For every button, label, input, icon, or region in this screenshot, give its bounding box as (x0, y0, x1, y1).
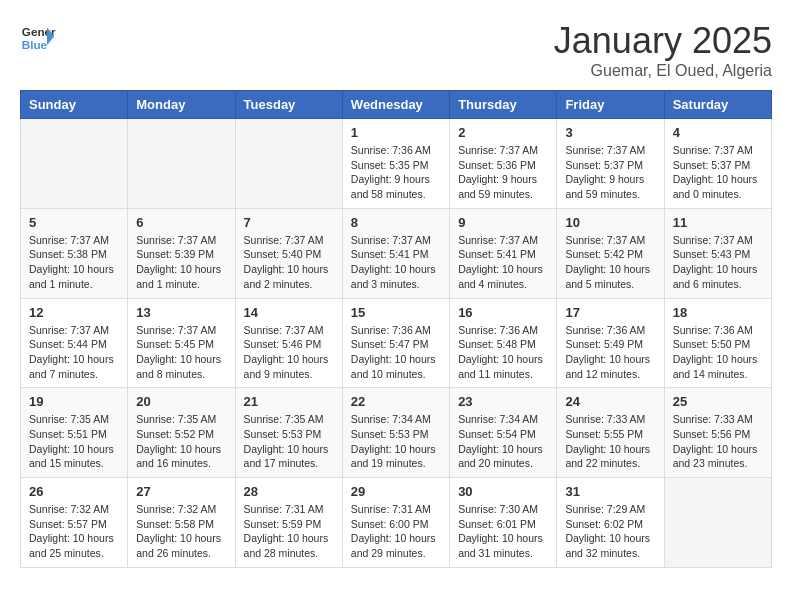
calendar-cell: 15Sunrise: 7:36 AMSunset: 5:47 PMDayligh… (342, 298, 449, 388)
day-number: 18 (673, 305, 763, 320)
day-info: Sunrise: 7:31 AMSunset: 5:59 PMDaylight:… (244, 502, 334, 561)
day-number: 10 (565, 215, 655, 230)
calendar-cell: 30Sunrise: 7:30 AMSunset: 6:01 PMDayligh… (450, 478, 557, 568)
calendar-cell: 12Sunrise: 7:37 AMSunset: 5:44 PMDayligh… (21, 298, 128, 388)
day-of-week-header: Monday (128, 91, 235, 119)
day-number: 6 (136, 215, 226, 230)
day-number: 19 (29, 394, 119, 409)
day-number: 27 (136, 484, 226, 499)
day-number: 28 (244, 484, 334, 499)
month-title: January 2025 (554, 20, 772, 62)
day-of-week-header: Wednesday (342, 91, 449, 119)
calendar-cell: 11Sunrise: 7:37 AMSunset: 5:43 PMDayligh… (664, 208, 771, 298)
calendar-cell: 10Sunrise: 7:37 AMSunset: 5:42 PMDayligh… (557, 208, 664, 298)
day-number: 4 (673, 125, 763, 140)
calendar-cell: 13Sunrise: 7:37 AMSunset: 5:45 PMDayligh… (128, 298, 235, 388)
day-of-week-header: Saturday (664, 91, 771, 119)
day-info: Sunrise: 7:29 AMSunset: 6:02 PMDaylight:… (565, 502, 655, 561)
day-number: 16 (458, 305, 548, 320)
calendar-cell: 17Sunrise: 7:36 AMSunset: 5:49 PMDayligh… (557, 298, 664, 388)
day-number: 5 (29, 215, 119, 230)
day-of-week-header: Tuesday (235, 91, 342, 119)
day-info: Sunrise: 7:35 AMSunset: 5:52 PMDaylight:… (136, 412, 226, 471)
day-info: Sunrise: 7:34 AMSunset: 5:54 PMDaylight:… (458, 412, 548, 471)
calendar-header-row: SundayMondayTuesdayWednesdayThursdayFrid… (21, 91, 772, 119)
day-info: Sunrise: 7:37 AMSunset: 5:39 PMDaylight:… (136, 233, 226, 292)
day-number: 3 (565, 125, 655, 140)
calendar-cell (128, 119, 235, 209)
calendar-week-row: 19Sunrise: 7:35 AMSunset: 5:51 PMDayligh… (21, 388, 772, 478)
calendar-table: SundayMondayTuesdayWednesdayThursdayFrid… (20, 90, 772, 568)
day-number: 23 (458, 394, 548, 409)
day-number: 29 (351, 484, 441, 499)
day-info: Sunrise: 7:36 AMSunset: 5:49 PMDaylight:… (565, 323, 655, 382)
day-number: 13 (136, 305, 226, 320)
day-number: 22 (351, 394, 441, 409)
day-number: 26 (29, 484, 119, 499)
day-info: Sunrise: 7:37 AMSunset: 5:45 PMDaylight:… (136, 323, 226, 382)
day-info: Sunrise: 7:36 AMSunset: 5:47 PMDaylight:… (351, 323, 441, 382)
day-info: Sunrise: 7:32 AMSunset: 5:58 PMDaylight:… (136, 502, 226, 561)
calendar-cell: 2Sunrise: 7:37 AMSunset: 5:36 PMDaylight… (450, 119, 557, 209)
calendar-cell (664, 478, 771, 568)
day-number: 11 (673, 215, 763, 230)
day-of-week-header: Thursday (450, 91, 557, 119)
svg-text:Blue: Blue (22, 38, 48, 51)
day-info: Sunrise: 7:37 AMSunset: 5:40 PMDaylight:… (244, 233, 334, 292)
day-number: 8 (351, 215, 441, 230)
day-of-week-header: Friday (557, 91, 664, 119)
day-info: Sunrise: 7:36 AMSunset: 5:35 PMDaylight:… (351, 143, 441, 202)
calendar-cell: 9Sunrise: 7:37 AMSunset: 5:41 PMDaylight… (450, 208, 557, 298)
day-info: Sunrise: 7:33 AMSunset: 5:55 PMDaylight:… (565, 412, 655, 471)
calendar-cell: 16Sunrise: 7:36 AMSunset: 5:48 PMDayligh… (450, 298, 557, 388)
calendar-cell: 26Sunrise: 7:32 AMSunset: 5:57 PMDayligh… (21, 478, 128, 568)
calendar-cell: 3Sunrise: 7:37 AMSunset: 5:37 PMDaylight… (557, 119, 664, 209)
day-info: Sunrise: 7:37 AMSunset: 5:41 PMDaylight:… (351, 233, 441, 292)
calendar-cell: 25Sunrise: 7:33 AMSunset: 5:56 PMDayligh… (664, 388, 771, 478)
day-info: Sunrise: 7:33 AMSunset: 5:56 PMDaylight:… (673, 412, 763, 471)
day-number: 24 (565, 394, 655, 409)
day-number: 31 (565, 484, 655, 499)
day-number: 9 (458, 215, 548, 230)
day-info: Sunrise: 7:36 AMSunset: 5:50 PMDaylight:… (673, 323, 763, 382)
calendar-week-row: 5Sunrise: 7:37 AMSunset: 5:38 PMDaylight… (21, 208, 772, 298)
calendar-cell: 19Sunrise: 7:35 AMSunset: 5:51 PMDayligh… (21, 388, 128, 478)
calendar-cell: 1Sunrise: 7:36 AMSunset: 5:35 PMDaylight… (342, 119, 449, 209)
day-info: Sunrise: 7:37 AMSunset: 5:41 PMDaylight:… (458, 233, 548, 292)
calendar-cell: 4Sunrise: 7:37 AMSunset: 5:37 PMDaylight… (664, 119, 771, 209)
location-subtitle: Guemar, El Oued, Algeria (554, 62, 772, 80)
day-info: Sunrise: 7:37 AMSunset: 5:43 PMDaylight:… (673, 233, 763, 292)
day-number: 21 (244, 394, 334, 409)
logo: General Blue (20, 20, 56, 56)
day-info: Sunrise: 7:32 AMSunset: 5:57 PMDaylight:… (29, 502, 119, 561)
day-info: Sunrise: 7:37 AMSunset: 5:46 PMDaylight:… (244, 323, 334, 382)
calendar-cell: 31Sunrise: 7:29 AMSunset: 6:02 PMDayligh… (557, 478, 664, 568)
day-info: Sunrise: 7:35 AMSunset: 5:51 PMDaylight:… (29, 412, 119, 471)
day-number: 1 (351, 125, 441, 140)
calendar-cell: 24Sunrise: 7:33 AMSunset: 5:55 PMDayligh… (557, 388, 664, 478)
calendar-cell: 23Sunrise: 7:34 AMSunset: 5:54 PMDayligh… (450, 388, 557, 478)
calendar-cell: 5Sunrise: 7:37 AMSunset: 5:38 PMDaylight… (21, 208, 128, 298)
day-info: Sunrise: 7:30 AMSunset: 6:01 PMDaylight:… (458, 502, 548, 561)
day-info: Sunrise: 7:34 AMSunset: 5:53 PMDaylight:… (351, 412, 441, 471)
page-header: General Blue January 2025 Guemar, El Oue… (20, 20, 772, 80)
day-number: 14 (244, 305, 334, 320)
day-number: 2 (458, 125, 548, 140)
day-number: 7 (244, 215, 334, 230)
day-number: 12 (29, 305, 119, 320)
day-number: 30 (458, 484, 548, 499)
calendar-cell (235, 119, 342, 209)
calendar-cell: 6Sunrise: 7:37 AMSunset: 5:39 PMDaylight… (128, 208, 235, 298)
calendar-week-row: 1Sunrise: 7:36 AMSunset: 5:35 PMDaylight… (21, 119, 772, 209)
day-info: Sunrise: 7:37 AMSunset: 5:37 PMDaylight:… (565, 143, 655, 202)
day-number: 17 (565, 305, 655, 320)
calendar-week-row: 26Sunrise: 7:32 AMSunset: 5:57 PMDayligh… (21, 478, 772, 568)
day-number: 25 (673, 394, 763, 409)
day-info: Sunrise: 7:37 AMSunset: 5:38 PMDaylight:… (29, 233, 119, 292)
day-info: Sunrise: 7:37 AMSunset: 5:36 PMDaylight:… (458, 143, 548, 202)
title-block: January 2025 Guemar, El Oued, Algeria (554, 20, 772, 80)
calendar-week-row: 12Sunrise: 7:37 AMSunset: 5:44 PMDayligh… (21, 298, 772, 388)
calendar-cell (21, 119, 128, 209)
day-info: Sunrise: 7:37 AMSunset: 5:37 PMDaylight:… (673, 143, 763, 202)
day-info: Sunrise: 7:37 AMSunset: 5:44 PMDaylight:… (29, 323, 119, 382)
